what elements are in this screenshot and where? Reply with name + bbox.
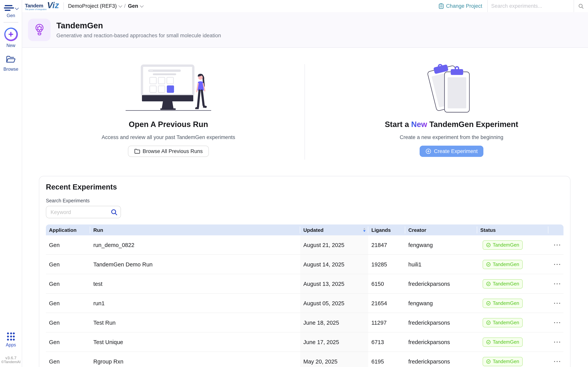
cell-creator: frederickparsons	[405, 313, 477, 332]
breadcrumb: DemoProject (REF3) / Gen	[68, 3, 143, 9]
cell-creator: frederickparsons	[405, 274, 477, 293]
hamburger-line	[4, 7, 14, 8]
cell-updated: June 17, 2025	[300, 333, 368, 351]
cell-updated: August 14, 2025	[300, 255, 368, 274]
app-window: Gen + New Browse Apps v3.6.7 ©TandemAI	[0, 0, 588, 367]
cell-status: TandemGen	[477, 235, 548, 254]
sidebar-bottom: Apps v3.6.7 ©TandemAI	[1, 333, 21, 364]
row-actions-button[interactable]: ···	[548, 294, 563, 313]
page-subtitle: Generative and reaction-based approaches…	[56, 33, 221, 38]
sidebar-item-browse-label: Browse	[3, 67, 18, 72]
lightbulb-molecule-icon	[33, 23, 46, 36]
check-circle-icon	[486, 242, 491, 247]
cell-run: test	[90, 274, 300, 293]
row-actions-button[interactable]: ···	[548, 313, 563, 332]
sidebar-divider	[3, 22, 18, 22]
sidebar: Gen + New Browse Apps v3.6.7 ©TandemAI	[0, 0, 22, 367]
app-version: v3.6.7	[5, 355, 16, 360]
previous-run-description: Access and review all your past TandemGe…	[102, 134, 235, 140]
breadcrumb-project-dropdown[interactable]: DemoProject (REF3)	[68, 3, 117, 9]
cell-application: Gen	[46, 352, 90, 367]
table-row[interactable]: Gen Rgroup Rxn May 20, 2025 6195 frederi…	[46, 352, 563, 367]
table-header-row: Application Run Updated Ligands Creator …	[46, 225, 563, 235]
table-row[interactable]: Gen test August 13, 2025 6150 frederickp…	[46, 274, 563, 294]
sidebar-item-new[interactable]: +	[4, 27, 18, 41]
table-row[interactable]: Gen TandemGen Demo Run August 14, 2025 1…	[46, 255, 563, 274]
cell-application: Gen	[46, 313, 90, 332]
cell-status: TandemGen	[477, 274, 548, 293]
cell-status: TandemGen	[477, 352, 548, 367]
tandemgen-app-tile	[28, 18, 51, 41]
nav-right-group: Change Project Search experiments...	[439, 0, 588, 12]
global-search-input[interactable]: Search experiments...	[488, 3, 574, 9]
cell-ligands: 6150	[368, 274, 405, 293]
row-actions-button[interactable]: ···	[548, 255, 563, 274]
cell-updated: June 18, 2025	[300, 313, 368, 332]
main-area: Tandem The power of integration Viz Demo…	[22, 0, 588, 367]
folder-icon	[134, 149, 140, 154]
cell-creator: frederickparsons	[405, 333, 477, 351]
cell-ligands: 11297	[368, 313, 405, 332]
check-circle-icon	[486, 281, 491, 286]
nav-divider	[63, 2, 64, 10]
tandemviz-logo[interactable]: Tandem The power of integration Viz	[25, 1, 59, 11]
table-row[interactable]: Gen Test Run June 18, 2025 11297 frederi…	[46, 313, 563, 333]
sort-descending-caret	[363, 230, 365, 232]
keyword-input[interactable]	[46, 206, 121, 218]
hamburger-menu-button[interactable]	[4, 5, 18, 11]
cell-updated: August 13, 2025	[300, 274, 368, 293]
table-row[interactable]: Gen run_demo_0822 August 21, 2025 21847 …	[46, 235, 563, 255]
sort-icon[interactable]	[363, 228, 365, 232]
check-circle-icon	[486, 262, 491, 267]
browse-previous-runs-label: Browse All Previous Runs	[143, 148, 203, 154]
table-row[interactable]: Gen run1 August 05, 2025 21654 fengwang …	[46, 294, 563, 313]
cell-run: TandemGen Demo Run	[90, 255, 300, 274]
row-actions-button[interactable]: ···	[548, 235, 563, 254]
check-circle-icon	[486, 301, 491, 305]
apps-grid-icon[interactable]	[7, 333, 15, 340]
cell-updated: May 20, 2025	[300, 352, 368, 367]
status-badge-label: TandemGen	[493, 281, 519, 286]
new-experiment-panel: Start a New TandemGen Experiment Create …	[315, 48, 588, 171]
cell-application: Gen	[46, 274, 90, 293]
row-actions-button[interactable]: ···	[548, 333, 563, 351]
cell-status: TandemGen	[477, 294, 548, 313]
column-header-creator: Creator	[405, 225, 477, 235]
change-project-label: Change Project	[446, 3, 482, 9]
cell-application: Gen	[46, 255, 90, 274]
browse-previous-runs-button[interactable]: Browse All Previous Runs	[128, 146, 209, 157]
create-experiment-button[interactable]: Create Experiment	[419, 146, 483, 157]
new-experiment-description: Create a new experiment from the beginni…	[400, 134, 503, 140]
row-actions-button[interactable]: ···	[548, 352, 563, 367]
cell-run: Test Unique	[90, 333, 300, 351]
previous-run-panel: Open A Previous Run Access and review al…	[22, 48, 315, 171]
cell-updated: August 05, 2025	[300, 294, 368, 313]
sidebar-current-app-label: Gen	[7, 14, 15, 18]
previous-run-title: Open A Previous Run	[129, 120, 208, 129]
row-actions-button[interactable]: ···	[548, 274, 563, 293]
hero-divider	[304, 64, 305, 160]
table-body: Gen run_demo_0822 August 21, 2025 21847 …	[46, 235, 563, 367]
search-icon[interactable]	[111, 209, 117, 215]
sidebar-item-browse[interactable]	[6, 55, 16, 65]
breadcrumb-separator: /	[124, 3, 126, 9]
check-circle-icon	[486, 320, 491, 325]
breadcrumb-section-dropdown[interactable]: Gen	[128, 3, 138, 9]
cell-status: TandemGen	[477, 313, 548, 332]
search-icon[interactable]	[578, 3, 584, 9]
status-badge: TandemGen	[483, 240, 523, 250]
person-illustration	[195, 74, 207, 109]
monitor-illustration	[118, 63, 219, 114]
status-badge: TandemGen	[483, 337, 523, 347]
status-badge-label: TandemGen	[493, 359, 519, 364]
cell-creator: fengwang	[405, 235, 477, 254]
hamburger-line	[5, 10, 10, 11]
change-project-button[interactable]: Change Project	[439, 3, 482, 9]
column-header-status: Status	[477, 225, 548, 235]
cell-application: Gen	[46, 235, 90, 254]
column-header-updated[interactable]: Updated	[300, 225, 368, 235]
sidebar-item-apps-label: Apps	[6, 343, 16, 347]
nav-separator	[574, 0, 574, 12]
table-row[interactable]: Gen Test Unique June 17, 2025 6713 frede…	[46, 333, 563, 352]
cell-ligands: 6195	[368, 352, 405, 367]
